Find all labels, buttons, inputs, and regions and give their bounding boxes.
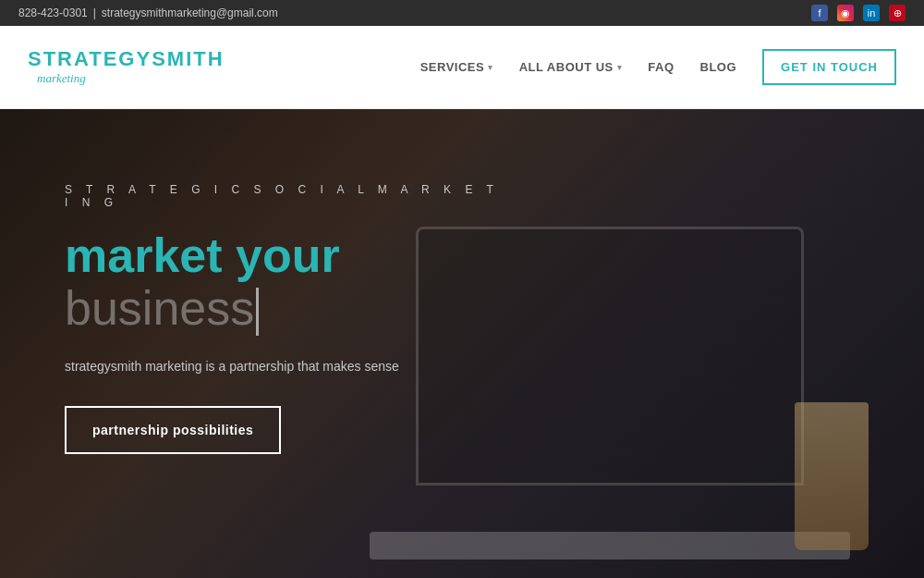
logo-prefix: STRATEGY (28, 47, 152, 70)
logo-tagline: marketing (37, 71, 225, 86)
headline-accent: market (65, 228, 236, 282)
partnership-cta-button[interactable]: partnership possibilities (65, 406, 281, 454)
hero-content: S T R A T E G I C S O C I A L M A R K E … (0, 109, 499, 454)
separator: | (93, 6, 96, 19)
headline-ghost: business (65, 281, 254, 335)
linkedin-icon[interactable]: in (863, 5, 880, 21)
hero-subtext: strategysmith marketing is a partnership… (65, 359, 499, 374)
pinterest-icon[interactable]: ⊕ (889, 5, 906, 21)
top-bar-contact: 828-423-0301 | strategysmithmarketing@gm… (18, 6, 278, 19)
hero-headline: market your business (65, 229, 499, 336)
nav-services[interactable]: SERVICES ▾ (411, 55, 503, 80)
cursor-blink (256, 288, 259, 336)
hero-coffee-decoration (795, 402, 869, 550)
logo-name: STRATEGYSMITH (28, 49, 225, 69)
email-address: strategysmithmarketing@gmail.com (102, 6, 278, 19)
top-bar: 828-423-0301 | strategysmithmarketing@gm… (0, 0, 924, 26)
facebook-icon[interactable]: f (811, 5, 828, 21)
main-nav: SERVICES ▾ ALL ABOUT US ▾ FAQ BLOG GET I… (411, 49, 896, 85)
nav-faq[interactable]: FAQ (638, 55, 683, 80)
phone-number: 828-423-0301 (18, 6, 88, 19)
get-in-touch-button[interactable]: GET IN TOUCH (762, 49, 896, 85)
hero-section: S T R A T E G I C S O C I A L M A R K E … (0, 109, 924, 578)
chevron-down-icon: ▾ (617, 63, 623, 72)
logo-highlight: SMITH (152, 47, 224, 70)
instagram-icon[interactable]: ◉ (837, 5, 854, 21)
logo[interactable]: STRATEGYSMITH marketing (28, 49, 225, 86)
header: STRATEGYSMITH marketing SERVICES ▾ ALL A… (0, 26, 924, 109)
nav-blog[interactable]: BLOG (691, 55, 747, 80)
chevron-down-icon: ▾ (488, 63, 493, 72)
nav-about[interactable]: ALL ABOUT US ▾ (510, 55, 632, 80)
hero-eyebrow: S T R A T E G I C S O C I A L M A R K E … (65, 183, 499, 209)
social-icons: f ◉ in ⊕ (811, 5, 906, 21)
headline-your: your (236, 228, 340, 282)
